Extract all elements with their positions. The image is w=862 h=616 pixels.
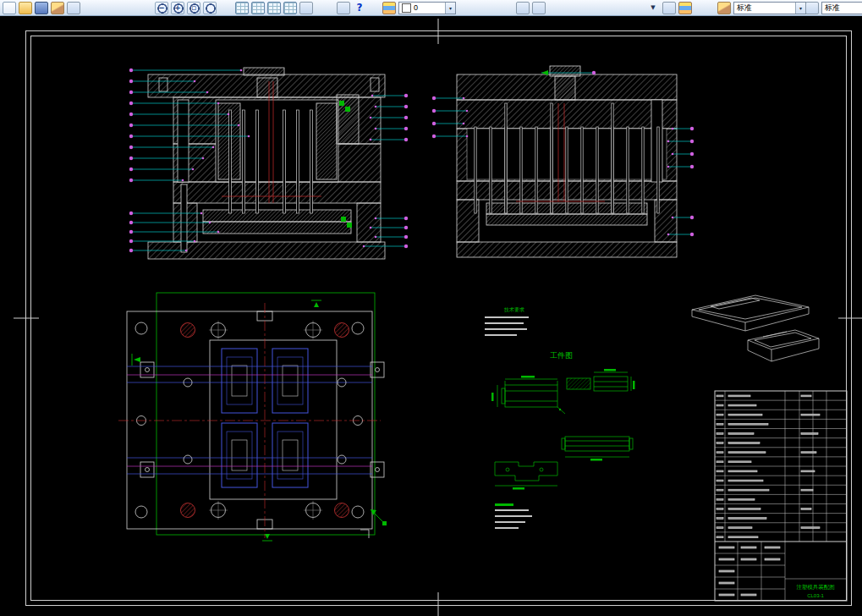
layer-combo[interactable]: 0▾ xyxy=(398,2,456,14)
toolbar: −+▫ ? 0▾ ▼ 标准▾ 标准▾ xyxy=(0,0,862,16)
layer-color-swatch xyxy=(402,3,411,13)
notes-text: 技术要求 xyxy=(485,307,532,529)
layer-combo-value: 0 xyxy=(414,3,418,12)
toolbar-group-dimstyle: 标准▾ xyxy=(805,1,862,14)
style-combo-value: 标准 xyxy=(737,3,752,14)
dim-style-combo[interactable]: 标准▾ xyxy=(821,2,862,14)
iso-view xyxy=(692,295,819,361)
toolbar-group-tables xyxy=(235,1,313,14)
part-figure-label: 工件图 xyxy=(550,351,573,360)
sheet-border xyxy=(14,19,862,616)
zoom-window-icon[interactable]: ▫ xyxy=(187,2,200,14)
open-icon[interactable] xyxy=(19,2,32,14)
combo-arrow-icon[interactable]: ▾ xyxy=(445,3,455,14)
section-view-right xyxy=(457,66,677,257)
zoom-in-icon[interactable]: + xyxy=(171,2,184,14)
layers-icon[interactable] xyxy=(382,2,396,14)
style-combo[interactable]: 标准▾ xyxy=(733,2,806,14)
title-block: 注塑模具装配图 CL03-1 xyxy=(715,391,847,601)
plan-view xyxy=(118,293,387,541)
title-block-title: 注塑模具装配图 xyxy=(796,584,835,591)
sheet-icon[interactable] xyxy=(251,2,265,14)
ortho-icon[interactable] xyxy=(532,2,546,14)
info-icon[interactable] xyxy=(337,2,350,14)
new-icon[interactable] xyxy=(3,2,16,14)
combo-arrow-icon[interactable]: ▾ xyxy=(795,3,805,14)
table-icon[interactable] xyxy=(235,2,249,14)
title-block-drawing-no: CL03-1 xyxy=(807,593,824,598)
section-view-left xyxy=(148,68,385,259)
edit-icon[interactable] xyxy=(51,2,64,14)
toolbar-group-layers: 0▾ xyxy=(382,1,456,14)
toolbar-group-file xyxy=(3,1,80,14)
palette-icon[interactable] xyxy=(678,2,692,14)
pan-icon[interactable] xyxy=(203,2,217,14)
dim-style-icon[interactable] xyxy=(805,2,819,14)
match-properties-icon[interactable] xyxy=(662,2,676,14)
save-icon[interactable] xyxy=(35,2,48,14)
plot-icon[interactable] xyxy=(67,2,80,14)
help-icon[interactable]: ? xyxy=(353,2,366,14)
tech-req-label: 技术要求 xyxy=(503,307,524,313)
toolbar-group-props: ▼ xyxy=(646,1,692,14)
part-drawings: 工件图 xyxy=(491,351,635,490)
toolbar-group-help: ? xyxy=(337,1,366,14)
zoom-out-icon[interactable]: − xyxy=(155,2,168,14)
toolbar-group-textstyle: 标准▾ xyxy=(717,1,806,14)
dim-style-combo-value: 标准 xyxy=(825,3,840,14)
database-icon[interactable] xyxy=(283,2,297,14)
grid-icon[interactable] xyxy=(267,2,281,14)
dropdown-arrow-icon[interactable]: ▼ xyxy=(646,2,660,14)
drawing-canvas[interactable]: 工件图 技术要求 xyxy=(0,0,862,616)
toolbar-group-zoom: −+▫ xyxy=(155,1,217,14)
print-table-icon[interactable] xyxy=(299,2,313,14)
text-style-icon[interactable] xyxy=(717,2,731,14)
osnap-icon[interactable] xyxy=(516,2,530,14)
toolbar-group-draft xyxy=(516,1,546,14)
